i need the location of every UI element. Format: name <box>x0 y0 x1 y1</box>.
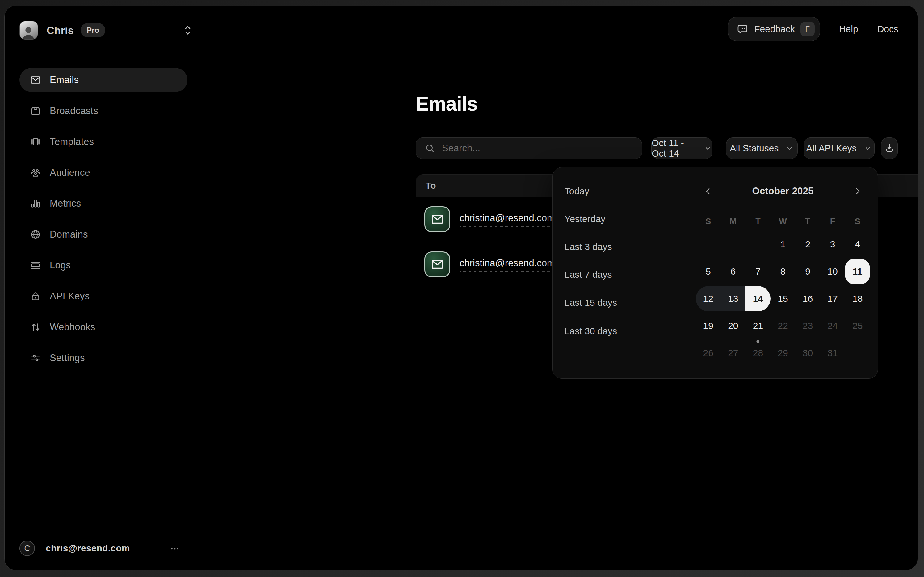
person-portrait-icon <box>20 23 37 40</box>
calendar-day[interactable]: 11 <box>845 259 870 284</box>
download-icon <box>884 142 895 154</box>
weekday-label: M <box>721 215 746 228</box>
feedback-button[interactable]: Feedback F <box>728 17 820 41</box>
topbar: Feedback F Help Docs <box>200 6 918 52</box>
recipient-email[interactable]: christina@resend.com <box>460 258 555 272</box>
sidebar-item-emails[interactable]: Emails <box>19 68 187 92</box>
api-key-filter-value: All API Keys <box>806 143 856 153</box>
help-link[interactable]: Help <box>839 24 858 34</box>
calendar-day[interactable]: 4 <box>845 232 870 257</box>
weekday-label: F <box>820 215 845 228</box>
calendar-day[interactable]: 7 <box>745 259 771 284</box>
calendar-day[interactable]: 18 <box>845 286 870 311</box>
sidebar-item-label: Logs <box>50 260 71 271</box>
sidebar-item-metrics[interactable]: Metrics <box>19 192 187 216</box>
sidebar-item-label: Settings <box>50 353 85 364</box>
recipient-email[interactable]: christina@resend.com <box>460 213 555 227</box>
date-range-filter[interactable]: Oct 11 - Oct 14 <box>651 137 712 159</box>
calendar-day[interactable]: 21 <box>745 313 771 338</box>
calendar-day[interactable]: 6 <box>721 259 746 284</box>
prev-month-icon[interactable] <box>696 182 721 200</box>
calendar-day: 25 <box>845 313 870 338</box>
filter-bar: Oct 11 - Oct 14 All Statuses All API Key… <box>416 137 898 159</box>
preset-today[interactable]: Today <box>565 184 589 198</box>
preset-last-15-days[interactable]: Last 15 days <box>565 296 617 309</box>
calendar-day: 31 <box>820 340 845 366</box>
account-menu-icon[interactable] <box>169 543 181 554</box>
calendar-day[interactable]: 8 <box>771 259 795 284</box>
calendar-day[interactable]: 9 <box>795 259 820 284</box>
feedback-shortcut-badge: F <box>800 22 815 36</box>
calendar-day[interactable]: 14 <box>745 286 771 311</box>
sidebar-item-label: Emails <box>50 74 79 85</box>
calendar-day: 26 <box>696 340 721 366</box>
bar-chart-icon <box>30 198 41 209</box>
preset-last-30-days[interactable]: Last 30 days <box>565 324 617 338</box>
calendar-grid: 1234567891011121314151617181920212223242… <box>696 232 870 367</box>
calendar-day[interactable]: 5 <box>696 259 721 284</box>
calendar-day[interactable]: 13 <box>721 286 746 311</box>
calendar-day[interactable]: 2 <box>795 232 820 257</box>
chevron-down-icon <box>703 144 712 153</box>
calendar-day[interactable]: 19 <box>696 313 721 338</box>
desktop-background: Chris Pro Emails <box>0 0 924 577</box>
sidebar-item-broadcasts[interactable]: Broadcasts <box>19 99 187 123</box>
sidebar-item-webhooks[interactable]: Webhooks <box>19 315 187 339</box>
search-input[interactable] <box>441 142 633 154</box>
api-key-filter[interactable]: All API Keys <box>803 137 874 159</box>
sidebar-item-label: Metrics <box>50 198 81 209</box>
calendar-empty-cell <box>745 232 771 257</box>
search-box[interactable] <box>416 137 642 159</box>
export-button[interactable] <box>881 137 898 159</box>
account-avatar: C <box>19 540 35 556</box>
date-range-popover: Today Yesterday Last 3 days Last 7 days … <box>552 167 878 379</box>
lock-icon <box>30 291 41 302</box>
calendar-day[interactable]: 12 <box>696 286 721 311</box>
chevron-down-icon <box>786 144 794 153</box>
account-row: C chris@resend.com <box>19 540 186 556</box>
calendar-day[interactable]: 17 <box>820 286 845 311</box>
sidebar-item-audience[interactable]: Audience <box>19 161 187 185</box>
calendar-day[interactable]: 20 <box>721 313 746 338</box>
chat-bubble-icon <box>737 23 749 35</box>
workspace-name: Chris <box>47 24 74 37</box>
calendar-day[interactable]: 15 <box>771 286 795 311</box>
calendar-day: 24 <box>820 313 845 338</box>
status-filter-value: All Statuses <box>730 143 779 153</box>
calendar-day[interactable]: 1 <box>771 232 795 257</box>
calendar-day[interactable]: 16 <box>795 286 820 311</box>
sidebar: Chris Pro Emails <box>5 6 200 570</box>
calendar-day: 28 <box>745 340 771 366</box>
status-filter[interactable]: All Statuses <box>726 137 798 159</box>
weekday-label: T <box>745 215 771 228</box>
sidebar-item-label: Domains <box>50 229 88 240</box>
chevron-up-down-icon[interactable] <box>182 24 193 36</box>
preset-last-7-days[interactable]: Last 7 days <box>565 268 612 281</box>
templates-icon <box>30 136 41 147</box>
sidebar-item-templates[interactable]: Templates <box>19 130 187 154</box>
sidebar-item-logs[interactable]: Logs <box>19 253 187 277</box>
calendar-day: 22 <box>771 313 795 338</box>
calendar-day[interactable]: 3 <box>820 232 845 257</box>
workspace-switcher[interactable]: Chris Pro <box>19 21 186 40</box>
feedback-label: Feedback <box>754 24 795 34</box>
email-avatar <box>424 206 450 232</box>
search-icon <box>425 143 435 153</box>
workspace-avatar <box>19 21 38 40</box>
sidebar-item-settings[interactable]: Settings <box>19 346 187 370</box>
calendar-nav: October 2025 <box>696 182 870 200</box>
calendar-day: 23 <box>795 313 820 338</box>
column-header-to: To <box>425 174 436 197</box>
preset-yesterday[interactable]: Yesterday <box>565 212 605 226</box>
date-range-value: Oct 11 - Oct 14 <box>652 138 697 159</box>
sidebar-item-label: Webhooks <box>50 322 95 333</box>
preset-last-3-days[interactable]: Last 3 days <box>565 240 612 254</box>
sidebar-item-api-keys[interactable]: API Keys <box>19 284 187 308</box>
weekday-label: W <box>771 215 795 228</box>
calendar-day[interactable]: 10 <box>820 259 845 284</box>
next-month-icon[interactable] <box>845 182 870 200</box>
docs-link[interactable]: Docs <box>877 24 898 34</box>
calendar-day: 30 <box>795 340 820 366</box>
sidebar-item-domains[interactable]: Domains <box>19 222 187 247</box>
account-email: chris@resend.com <box>46 543 130 553</box>
